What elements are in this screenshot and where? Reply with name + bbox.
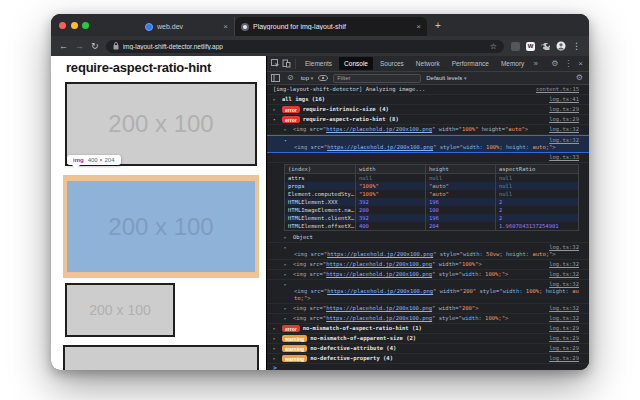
table-header[interactable]: (index)	[285, 165, 355, 174]
disclosure-triangle-icon[interactable]: ▸	[284, 305, 293, 312]
profile-avatar-icon[interactable]	[556, 41, 566, 51]
source-link[interactable]: log.ts:32	[549, 137, 579, 144]
disclosure-triangle-icon[interactable]: ▸	[284, 271, 293, 278]
disclosure-triangle-icon[interactable]: ▸	[273, 355, 282, 362]
extension-w-icon[interactable]: W	[526, 42, 535, 51]
devtools-close-icon[interactable]: ×	[576, 60, 585, 68]
disclosure-triangle-icon[interactable]: ▾	[284, 137, 293, 144]
playground-favicon-icon	[241, 23, 249, 31]
disclosure-triangle-icon[interactable]: ▸	[284, 281, 293, 288]
clear-console-icon[interactable]: ⊘	[285, 74, 296, 82]
disclosure-triangle-icon[interactable]: ▸	[273, 345, 282, 352]
new-tab-button[interactable]: +	[427, 20, 449, 31]
extensions-puzzle-icon[interactable]	[541, 42, 550, 51]
tab-console[interactable]: Console	[339, 57, 373, 70]
source-link[interactable]: log.ts:29	[549, 106, 579, 113]
forward-icon[interactable]: →	[75, 42, 84, 51]
console-filter-input[interactable]	[333, 74, 421, 83]
inspect-element-icon[interactable]	[271, 59, 280, 68]
context-selector[interactable]: top ▾	[301, 75, 314, 81]
tab-elements[interactable]: Elements	[300, 57, 337, 70]
extension-icon[interactable]	[511, 42, 520, 51]
disclosure-triangle-icon[interactable]: ▸	[273, 325, 282, 332]
tab-title: Playground for img-layout-shif	[253, 23, 412, 30]
devtools-settings-gear-icon[interactable]: ⚙	[549, 60, 560, 68]
browser-toolbar: ← → ↻ img-layout-shift-detector.netlify.…	[51, 36, 589, 56]
live-expression-eye-icon[interactable]	[318, 75, 328, 81]
table-header[interactable]: width	[355, 165, 425, 174]
source-link[interactable]: log.ts:32	[549, 244, 579, 251]
disclosure-triangle-icon[interactable]: ▸	[284, 261, 293, 268]
webpage-viewport: require-aspect-ratio-hint 200 x 100 200 …	[51, 56, 266, 370]
placeholder-label: 200 x 100	[89, 302, 151, 318]
tab-network[interactable]: Network	[411, 57, 445, 70]
source-link[interactable]: content.ts:15	[536, 86, 579, 93]
disclosure-triangle-icon[interactable]: ▸	[284, 244, 293, 251]
page-title: require-aspect-ratio-hint	[66, 60, 211, 75]
placeholder-image-3: 200 x 100	[65, 283, 175, 337]
console-img-entry: ▸ <img src="https://placehold.jp/200x100…	[267, 260, 589, 270]
tab-performance[interactable]: Performance	[447, 57, 494, 70]
chevron-down-icon: ▾	[464, 75, 467, 81]
table-header[interactable]: height	[425, 165, 495, 174]
tab-sources[interactable]: Sources	[375, 57, 409, 70]
back-icon[interactable]: ←	[59, 42, 68, 51]
placeholder-label: 200 x 100	[108, 213, 213, 241]
close-window-button[interactable]	[59, 22, 66, 29]
disclosure-triangle-icon[interactable]: ▸	[284, 126, 293, 133]
source-link[interactable]: log.ts:32	[549, 126, 579, 133]
source-link[interactable]: log.ts:32	[549, 305, 579, 312]
disclosure-triangle-icon[interactable]: ▸	[273, 96, 282, 103]
table-cell: "100%"	[355, 182, 425, 190]
console-img-entry-selected[interactable]: ▾ log.ts:32 <img src="https://placehold.…	[267, 135, 589, 153]
source-link[interactable]: log.ts:32	[549, 271, 579, 278]
extension-area: W ⋮	[511, 41, 581, 51]
tooltip-tag-name: img	[73, 157, 84, 163]
minimize-window-button[interactable]	[71, 22, 78, 29]
source-link[interactable]: log.ts:29	[549, 335, 579, 342]
close-tab-icon[interactable]: ×	[416, 23, 421, 31]
console-prompt-chevron: >	[273, 365, 277, 370]
device-toolbar-icon[interactable]	[282, 59, 291, 68]
disclosure-triangle-icon[interactable]: ▸	[284, 315, 293, 322]
browser-tab-webdev[interactable]: web.dev ×	[139, 17, 235, 36]
browser-tab-playground[interactable]: Playground for img-layout-shif ×	[235, 17, 427, 36]
console-sidebar-icon[interactable]	[271, 74, 280, 82]
source-link[interactable]: log.ts:29	[549, 116, 579, 123]
browser-menu-icon[interactable]: ⋮	[572, 41, 581, 51]
table-cell: HTMLElement.offsetX…	[285, 222, 355, 230]
maximize-window-button[interactable]	[82, 22, 89, 29]
table-cell: props	[285, 182, 355, 190]
address-bar[interactable]: img-layout-shift-detector.netlify.app ☆	[106, 40, 504, 53]
console-img-entry: ▸ log.ts:32 <img src="https://placehold.…	[267, 280, 589, 304]
reload-icon[interactable]: ↻	[91, 42, 99, 51]
more-tabs-icon[interactable]: »	[531, 60, 539, 68]
source-link[interactable]: log.ts:32	[549, 315, 579, 322]
source-link[interactable]: log.ts:33	[549, 154, 579, 161]
table-cell: null	[425, 174, 495, 182]
tab-memory[interactable]: Memory	[496, 57, 529, 70]
close-tab-icon[interactable]: ×	[223, 23, 228, 31]
warning-badge: warning	[282, 355, 307, 362]
img-element-preview: <img src="https://placehold.jp/200x100.p…	[293, 305, 478, 312]
disclosure-triangle-icon[interactable]: ▸	[284, 234, 293, 241]
table-cell: "auto"	[425, 190, 495, 198]
source-link[interactable]: log.ts:29	[549, 345, 579, 352]
disclosure-triangle-icon[interactable]: ▸	[273, 335, 282, 342]
source-link[interactable]: log.ts:32	[549, 261, 579, 268]
console-settings-gear-icon[interactable]: ⚙	[574, 74, 585, 82]
source-link[interactable]: log.ts:29	[549, 355, 579, 362]
devtools-menu-icon[interactable]: ⋮	[562, 60, 574, 68]
source-link[interactable]: log.ts:29	[549, 325, 579, 332]
table-header[interactable]: aspectRatio	[495, 165, 578, 174]
source-link[interactable]: log.ts:41	[549, 96, 579, 103]
desktop-background: web.dev × Playground for img-layout-shif…	[0, 0, 640, 400]
disclosure-triangle-icon[interactable]: ▾	[273, 116, 282, 123]
table-cell: null	[495, 190, 578, 198]
source-link[interactable]: log.ts:32	[549, 281, 579, 288]
log-levels-selector[interactable]: Default levels ▾	[426, 75, 466, 81]
table-cell: 400	[355, 222, 425, 230]
console-prompt-row[interactable]: >	[267, 364, 589, 370]
bookmark-star-icon[interactable]: ☆	[490, 42, 497, 51]
disclosure-triangle-icon[interactable]: ▸	[273, 106, 282, 113]
